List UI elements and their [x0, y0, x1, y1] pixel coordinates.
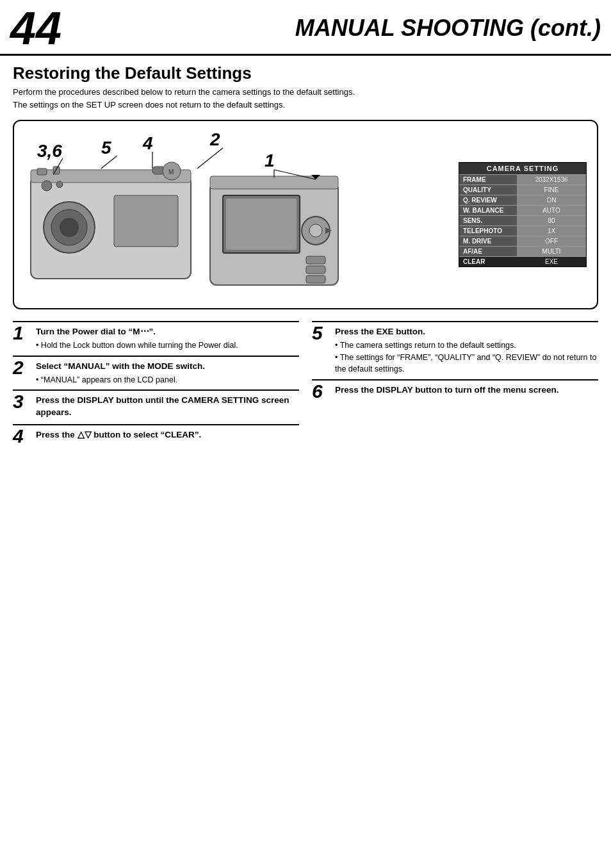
camera-setting-table: CAMERA SETTING FRAME2032X1536QUALITYFINE…	[459, 162, 587, 267]
chapter-title: MANUAL SHOOTING (cont.)	[61, 15, 601, 42]
svg-text:1: 1	[265, 151, 275, 170]
page-content: Restoring the Default Settings Perform t…	[0, 56, 611, 463]
step-item: 2Select “MANUAL” with the MODE switch.“M…	[13, 356, 299, 390]
table-row: SENS.80	[459, 215, 586, 225]
svg-text:3,6: 3,6	[37, 141, 62, 161]
svg-line-18	[101, 156, 117, 168]
camera-illustration: 3,6 5 4 2 M	[24, 131, 459, 298]
svg-rect-29	[306, 266, 325, 274]
section-description: Perform the procedures described below t…	[13, 86, 598, 111]
svg-text:5: 5	[101, 138, 111, 158]
camera-svg: 3,6 5 4 2 M	[24, 131, 357, 298]
steps-area: 1Turn the Power dial to “M⋯”.Hold the Lo…	[13, 321, 598, 450]
svg-rect-30	[306, 275, 325, 283]
svg-rect-10	[37, 168, 47, 175]
page-number: 44	[10, 5, 61, 51]
svg-text:4: 4	[142, 133, 153, 153]
svg-point-9	[60, 218, 79, 237]
steps-left: 1Turn the Power dial to “M⋯”.Hold the Lo…	[13, 321, 299, 450]
step-item: 4Press the △▽ button to select “CLEAR”.	[13, 424, 299, 450]
table-row: TELEPHOTO1X	[459, 225, 586, 236]
steps-right: 5Press the EXE button.The camera setting…	[312, 321, 598, 450]
table-row: CLEAREXE	[459, 256, 586, 266]
section-title: Restoring the Default Settings	[13, 63, 598, 83]
step-item: 3Press the DISPLAY button until the CAME…	[13, 389, 299, 424]
table-row: QUALITYFINE	[459, 184, 586, 195]
table-row: FRAME2032X1536	[459, 174, 586, 184]
svg-rect-24	[226, 199, 297, 250]
table-row: W. BALANCEAUTO	[459, 205, 586, 215]
svg-text:M: M	[168, 168, 174, 176]
svg-rect-28	[306, 256, 325, 264]
step-item: 6Press the DISPLAY button to turn off th…	[312, 379, 598, 405]
step-item: 5Press the EXE button.The camera setting…	[312, 321, 598, 379]
svg-rect-6	[114, 195, 178, 247]
table-row: AF/AEMULTI	[459, 246, 586, 256]
table-row: Q. REVIEWON	[459, 195, 586, 205]
svg-text:2: 2	[209, 131, 220, 149]
table-header: CAMERA SETTING	[459, 163, 586, 174]
svg-point-26	[309, 224, 322, 237]
svg-point-16	[56, 181, 63, 188]
svg-point-15	[42, 181, 52, 191]
page-header: 44 MANUAL SHOOTING (cont.)	[0, 0, 611, 56]
svg-line-20	[197, 148, 223, 168]
svg-rect-22	[210, 176, 338, 189]
step-item: 1Turn the Power dial to “M⋯”.Hold the Lo…	[13, 321, 299, 356]
table-row: M. DRIVEOFF	[459, 236, 586, 246]
diagram-box: 3,6 5 4 2 M	[13, 120, 598, 309]
